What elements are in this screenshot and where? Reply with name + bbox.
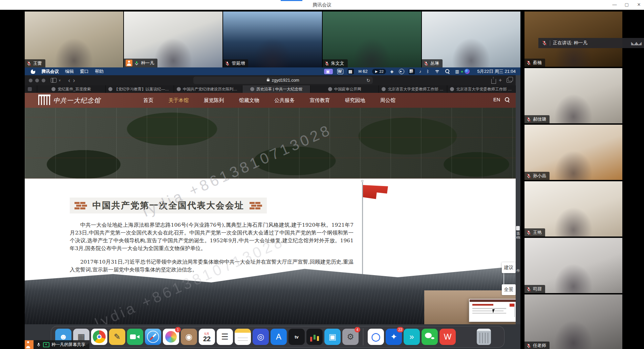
wps-icon[interactable]: W xyxy=(439,329,456,345)
stocks-icon[interactable] xyxy=(306,329,323,345)
menubar-menu[interactable]: 腾讯会议 xyxy=(41,68,59,75)
video-call-app-icon[interactable] xyxy=(127,329,143,345)
site-nav-item[interactable]: 馆藏文物 xyxy=(239,97,259,104)
qq-group-icon[interactable]: 群 xyxy=(409,69,415,74)
docs-app-icon[interactable]: ◯ xyxy=(368,329,384,345)
volume-icon[interactable]: ♪ xyxy=(419,69,422,74)
participant-tile[interactable]: 孙小晶 xyxy=(524,125,622,180)
language-toggle[interactable]: EN xyxy=(493,97,500,102)
participant-tile[interactable]: 朱文文 xyxy=(323,12,421,67)
participant-tile[interactable]: 郝佳璐 xyxy=(524,68,622,123)
wps-status-icon[interactable]: W xyxy=(337,69,343,74)
favicon xyxy=(177,87,181,91)
apple-menu-icon[interactable] xyxy=(31,69,35,74)
browser-tab[interactable]: 北京语言大学党委教师工作部 警示案例... xyxy=(447,85,516,93)
minimize-traffic-light[interactable] xyxy=(35,79,39,82)
calendar-icon[interactable]: 5月 22 xyxy=(199,329,215,345)
site-nav-item[interactable]: 公共服务 xyxy=(274,97,295,104)
teal-app-icon[interactable]: » xyxy=(404,329,420,345)
desktop-file-label[interactable]: 作 xyxy=(516,269,520,272)
chrome-icon[interactable] xyxy=(91,329,107,345)
site-nav-item[interactable]: 研究园地 xyxy=(345,97,365,104)
mic-off-icon xyxy=(526,117,531,122)
notes-icon[interactable] xyxy=(235,329,251,345)
chevron-down-icon[interactable]: ∨ xyxy=(59,79,61,82)
share-icon[interactable] xyxy=(491,79,496,84)
reminders-icon[interactable]: ☰ xyxy=(217,329,233,345)
participant-tile[interactable]: 司甜 xyxy=(524,238,622,293)
input-source-icon[interactable]: ▤ xyxy=(348,69,354,74)
participant-name-tag: 司甜 xyxy=(524,285,545,293)
trash-icon[interactable] xyxy=(477,329,491,345)
participant-name-tag: 孙小晶 xyxy=(524,172,550,180)
site-nav-item[interactable]: 周公馆 xyxy=(380,97,395,104)
site-logo-text: 中共一大纪念馆 xyxy=(53,96,101,105)
fast-user-switch-icon[interactable]: ▥ xyxy=(455,69,460,74)
wifi-icon[interactable] xyxy=(434,69,441,74)
close-button[interactable]: ✕ xyxy=(633,0,644,9)
close-traffic-light[interactable] xyxy=(29,79,33,82)
desktop-file-icon[interactable] xyxy=(516,226,520,230)
back-button[interactable]: ‹ xyxy=(68,77,70,83)
wechat-status-icon[interactable]: ✉ 62 xyxy=(358,69,368,74)
wechat-icon[interactable] xyxy=(422,329,438,345)
participant-tile[interactable]: 管延增 xyxy=(223,12,322,67)
apple-tv-icon[interactable]: tv xyxy=(288,329,305,345)
menubar-menu[interactable]: 帮助 xyxy=(95,68,104,75)
new-tab-button[interactable]: + xyxy=(499,78,502,83)
notification-badge: 22 xyxy=(397,327,404,332)
browser-tab[interactable]: 中国庭审公开网 xyxy=(310,85,379,93)
lark-icon[interactable]: ✦ 22 xyxy=(386,329,402,345)
desktop-file-label[interactable]: xlsx xyxy=(516,235,520,239)
sidebar-toggle-icon[interactable] xyxy=(51,78,57,83)
tab-overview-icon[interactable] xyxy=(507,78,512,83)
pencil-app-icon[interactable]: ✎ xyxy=(109,329,125,345)
maximize-button[interactable]: ▢ xyxy=(621,0,632,9)
panorama-button[interactable]: 全景 xyxy=(502,284,516,295)
participant-tile[interactable]: 种一凡 xyxy=(124,12,222,67)
browser-tab[interactable] xyxy=(25,85,37,93)
forward-button[interactable]: › xyxy=(73,77,75,83)
participant-name: 孙小晶 xyxy=(533,173,546,179)
zoom-traffic-light[interactable] xyxy=(42,79,45,82)
minimize-button[interactable]: — xyxy=(609,0,620,9)
location-icon[interactable]: ► 22 xyxy=(372,69,386,74)
address-bar[interactable]: zgyd1921.com ↻ xyxy=(193,77,373,84)
participant-tile[interactable]: 王艳 xyxy=(524,181,622,237)
site-logo[interactable]: 中共一大纪念馆 xyxy=(38,95,101,105)
search-icon[interactable] xyxy=(505,97,509,102)
site-nav-item[interactable]: 展览陈列 xyxy=(204,97,224,104)
safari-icon[interactable] xyxy=(145,329,161,345)
participant-tile[interactable]: 王蕾 xyxy=(25,12,123,67)
browser-tab[interactable]: 党纪案件_百度搜索 xyxy=(37,85,106,93)
play-circle-icon[interactable]: ▶ xyxy=(399,69,404,74)
bluetooth-icon[interactable]: ᛒ xyxy=(427,69,430,74)
settings-icon[interactable]: ⚙ 4 xyxy=(342,329,359,345)
participant-tile[interactable]: 丛琳 xyxy=(422,12,520,67)
site-nav-item[interactable]: 首页 xyxy=(143,97,153,104)
share-preview-thumbnail[interactable] xyxy=(469,299,516,322)
browser-tab[interactable]: 历史沿革 | 中共一大纪念馆 xyxy=(242,85,311,93)
browser-tab[interactable]: 【党纪学习教育】以案说纪—违反“六大纪... xyxy=(106,85,174,93)
screen-share-bar[interactable]: 种一凡的屏幕共享 xyxy=(25,340,89,349)
app-store-icon[interactable]: A xyxy=(271,329,287,345)
share-nodes-icon[interactable]: ◈ xyxy=(390,69,394,74)
participant-tile[interactable]: 任老师 xyxy=(524,294,622,349)
reload-icon[interactable]: ↻ xyxy=(366,78,370,83)
site-nav-item[interactable]: 关于本馆 xyxy=(168,97,189,104)
podium-app-icon[interactable]: ▣ xyxy=(324,329,341,345)
desktop-file-label[interactable]: 选 xyxy=(516,231,520,235)
browser-tab[interactable]: 中国共产党纪律建设历史陈列数字展馆 xyxy=(174,85,242,93)
suggestion-button[interactable]: 建议 xyxy=(502,262,516,273)
photos-icon[interactable]: 1 xyxy=(163,329,179,345)
brown-app-icon[interactable]: ◉ xyxy=(181,329,197,345)
siri-icon[interactable] xyxy=(465,69,471,74)
menubar-menu[interactable]: 编辑 xyxy=(65,68,74,75)
screen-mirroring-icon[interactable]: ▣ xyxy=(324,69,333,74)
spotlight-icon[interactable] xyxy=(445,69,451,74)
browser-tab[interactable]: 北京语言大学党委教师工作部 警示案例 xyxy=(379,85,447,93)
menubar-clock[interactable]: 5月22日 周三 21:04 xyxy=(477,68,516,75)
swirl-app-icon[interactable]: ◎ xyxy=(253,329,269,345)
site-nav-item[interactable]: 宣传教育 xyxy=(309,97,330,104)
menubar-menu[interactable]: 窗口 xyxy=(80,68,89,75)
